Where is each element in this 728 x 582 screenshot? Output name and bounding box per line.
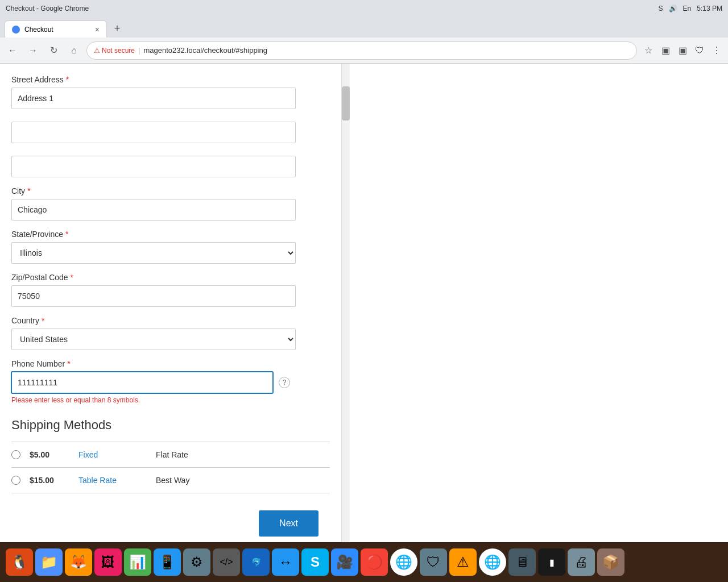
taskbar-icon-files[interactable]: 📁 — [35, 548, 63, 576]
taskbar-icon-settings[interactable]: ⚙ — [183, 548, 210, 576]
shipping-method-1: $15.00 Table Rate Best Way — [11, 468, 330, 493]
country-field: Country * United States Canada United Ki… — [11, 316, 330, 350]
browser-window: Checkout - Google Chrome S 🔊 En 5:13 PM … — [0, 0, 728, 582]
extension-icon-1[interactable]: ▣ — [659, 44, 672, 57]
url-text: magento232.local/checkout/#shipping — [143, 46, 267, 55]
back-button[interactable]: ← — [5, 43, 20, 59]
next-button[interactable]: Next — [259, 510, 318, 537]
taskbar-icon-ubuntu[interactable]: 🐧 — [6, 548, 33, 576]
taskbar-icon-shield[interactable]: 🛡 — [420, 548, 447, 576]
state-select[interactable]: Illinois California New York Texas — [11, 242, 296, 264]
taskbar-icon-warn[interactable]: ⚠ — [449, 548, 477, 576]
phone-field: Phone Number * ? Please enter less or eq… — [11, 359, 330, 404]
phone-required-marker: * — [67, 359, 70, 368]
scrollbar[interactable] — [341, 64, 350, 542]
browser-tab[interactable]: Checkout × — [5, 20, 107, 38]
street-address-1-input[interactable] — [11, 88, 296, 109]
tab-bar: Checkout × + — [0, 17, 728, 38]
taskbar-icon-terminal[interactable]: ▮ — [538, 548, 565, 576]
taskbar-icon-photos[interactable]: 🖼 — [94, 548, 122, 576]
taskbar-icon-zoom[interactable]: 🎥 — [331, 548, 358, 576]
bookmark-icon[interactable]: ☆ — [642, 44, 655, 57]
taskbar-icon-skype[interactable]: S — [301, 548, 329, 576]
state-field: State/Province * Illinois California New… — [11, 230, 330, 264]
shipping-carrier-1: Best Way — [156, 476, 189, 485]
security-warning: ⚠ Not secure — [94, 47, 135, 55]
taskbar-icon-code[interactable]: </> — [213, 548, 240, 576]
phone-error-message: Please enter less or equal than 8 symbol… — [11, 396, 330, 404]
taskbar-icon-crash[interactable]: 🔴 — [361, 548, 388, 576]
street-required-marker: * — [66, 75, 69, 84]
scroll-thumb[interactable] — [342, 86, 350, 120]
shipping-method-0: $5.00 Fixed Flat Rate — [11, 442, 330, 468]
tab-favicon — [12, 26, 20, 34]
country-select[interactable]: United States Canada United Kingdom — [11, 329, 296, 350]
system-time: 5:13 PM — [697, 5, 722, 13]
taskbar-icon-shark[interactable]: 🐬 — [242, 548, 270, 576]
taskbar-icon-phone[interactable]: 📱 — [154, 548, 181, 576]
address-bar: ← → ↻ ⌂ ⚠ Not secure | magento232.local/… — [0, 38, 728, 64]
street-address-3-input[interactable] — [11, 156, 296, 177]
state-required-marker: * — [65, 230, 68, 239]
system-icon-skype: S — [659, 5, 663, 13]
taskbar-icon-chrome2[interactable]: 🌐 — [479, 548, 506, 576]
title-bar-left: Checkout - Google Chrome — [6, 5, 89, 13]
toolbar-icons: ☆ ▣ ▣ 🛡 ⋮ — [642, 44, 723, 57]
zip-required-marker: * — [71, 273, 73, 282]
shipping-carrier-0: Flat Rate — [156, 450, 188, 459]
zip-field: Zip/Postal Code * — [11, 273, 330, 307]
next-button-row: Next — [11, 510, 330, 537]
shield-icon[interactable]: 🛡 — [693, 44, 706, 57]
street-address-2-input[interactable] — [11, 122, 296, 143]
title-bar-right: S 🔊 En 5:13 PM — [659, 5, 722, 13]
title-bar-label: Checkout - Google Chrome — [6, 5, 89, 13]
country-required-marker: * — [42, 316, 44, 325]
forward-button[interactable]: → — [25, 43, 41, 59]
warning-icon: ⚠ — [94, 47, 100, 55]
shipping-price-0: $5.00 — [30, 450, 69, 459]
taskbar-icon-calc[interactable]: 📊 — [124, 548, 151, 576]
taskbar-icon-chrome1[interactable]: 🌐 — [390, 548, 417, 576]
country-label: Country * — [11, 316, 330, 325]
zip-input[interactable] — [11, 285, 296, 307]
city-required-marker: * — [27, 186, 30, 196]
tab-close-button[interactable]: × — [95, 25, 100, 34]
shipping-name-1: Table Rate — [78, 476, 147, 485]
street-address-label: Street Address * — [11, 75, 330, 84]
taskbar-icon-firefox[interactable]: 🦊 — [65, 548, 92, 576]
url-separator: | — [138, 46, 140, 55]
zip-label: Zip/Postal Code * — [11, 273, 330, 282]
new-tab-button[interactable]: + — [109, 20, 125, 36]
taskbar-icon-archive[interactable]: 📦 — [597, 548, 624, 576]
taskbar: 🐧 📁 🦊 🖼 📊 📱 ⚙ </> 🐬 ↔ S 🎥 🔴 🌐 🛡 ⚠ 🌐 🖥 ▮ … — [0, 542, 728, 582]
city-field: City * — [11, 186, 330, 221]
page-content: Street Address * City * St — [0, 64, 728, 542]
city-input[interactable] — [11, 199, 296, 221]
shipping-methods-title: Shipping Methods — [11, 418, 330, 433]
shipping-name-0: Fixed — [78, 450, 147, 459]
extension-icon-2[interactable]: ▣ — [676, 44, 689, 57]
phone-help-icon[interactable]: ? — [279, 377, 290, 388]
home-button[interactable]: ⌂ — [66, 43, 82, 59]
street-address-field: Street Address * — [11, 75, 330, 177]
city-label: City * — [11, 186, 330, 196]
shipping-price-1: $15.00 — [30, 476, 69, 485]
tab-label: Checkout — [24, 26, 53, 34]
shipping-radio-0[interactable] — [11, 450, 20, 459]
taskbar-icon-monitor[interactable]: 🖥 — [508, 548, 536, 576]
refresh-button[interactable]: ↻ — [46, 43, 61, 59]
checkout-form: Street Address * City * St — [0, 64, 341, 542]
phone-input[interactable] — [11, 372, 273, 393]
taskbar-icon-synergy[interactable]: ↔ — [272, 548, 299, 576]
url-bar[interactable]: ⚠ Not secure | magento232.local/checkout… — [86, 41, 637, 60]
shipping-methods-section: Shipping Methods $5.00 Fixed Flat Rate $… — [11, 418, 330, 493]
phone-row: ? — [11, 372, 330, 393]
shipping-radio-1[interactable] — [11, 476, 20, 485]
state-label: State/Province * — [11, 230, 330, 239]
security-text: Not secure — [102, 47, 135, 55]
menu-icon[interactable]: ⋮ — [710, 44, 723, 57]
title-bar: Checkout - Google Chrome S 🔊 En 5:13 PM — [0, 0, 728, 17]
taskbar-icon-printer[interactable]: 🖨 — [568, 548, 595, 576]
system-icon-sound: 🔊 — [669, 5, 677, 13]
system-language: En — [683, 5, 692, 13]
